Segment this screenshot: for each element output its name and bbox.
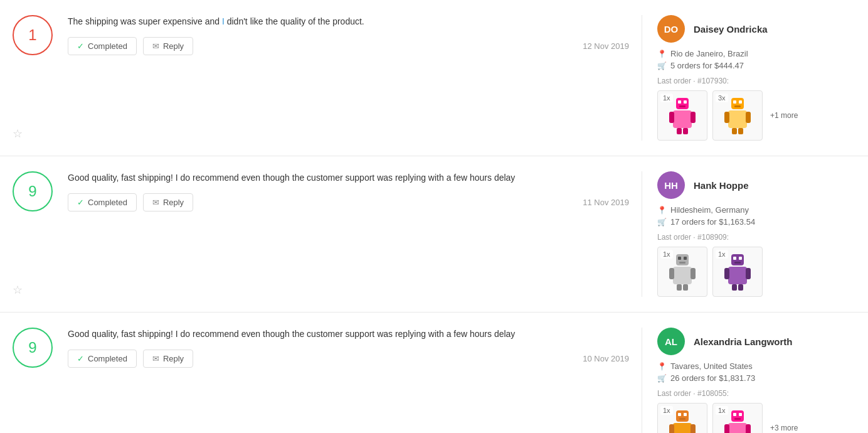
cart-icon: 🛒	[657, 218, 667, 227]
product-thumbnail: 1x	[657, 247, 707, 297]
star-icon[interactable]: ☆	[13, 127, 23, 141]
svg-rect-37	[678, 413, 681, 416]
mail-icon: ✉	[152, 354, 159, 363]
svg-rect-8	[683, 128, 688, 134]
completed-label: Completed	[88, 354, 127, 363]
reply-button[interactable]: ✉ Reply	[143, 193, 193, 211]
completed-button[interactable]: ✓ Completed	[68, 193, 137, 211]
actions-date-row: ✓ Completed ✉ Reply 12 Nov 2019	[68, 37, 629, 55]
product-count: 1x	[716, 406, 728, 415]
reviews-list: 1 The shipping was super expensive and I…	[0, 0, 868, 433]
completed-button[interactable]: ✓ Completed	[68, 350, 137, 368]
svg-rect-40	[673, 423, 692, 433]
reply-label: Reply	[163, 198, 184, 207]
svg-rect-19	[678, 257, 681, 260]
customer-name: Daisey Ondricka	[694, 24, 768, 35]
customer-panel: DO Daisey Ondricka 📍 Rio de Janeiro, Bra…	[642, 15, 855, 141]
product-count: 1x	[660, 250, 673, 259]
svg-rect-21	[679, 262, 685, 264]
svg-rect-17	[738, 128, 743, 134]
customer-panel: HH Hank Hoppe 📍 Hildesheim, Germany 🛒 17…	[642, 171, 855, 297]
svg-rect-3	[679, 105, 685, 107]
location-icon: 📍	[657, 206, 667, 215]
highlight-text: I	[222, 16, 225, 26]
svg-rect-22	[673, 267, 692, 284]
mail-icon: ✉	[152, 41, 159, 51]
svg-rect-27	[731, 254, 744, 265]
svg-rect-45	[731, 410, 744, 422]
actions-date-row: ✓ Completed ✉ Reply 11 Nov 2019	[68, 193, 629, 211]
completed-label: Completed	[88, 198, 127, 207]
last-order-label: Last order · #108909:	[657, 233, 840, 242]
svg-rect-15	[746, 112, 751, 123]
svg-rect-30	[734, 262, 741, 264]
svg-rect-18	[676, 254, 689, 265]
customer-location: 📍 Rio de Janeiro, Brazil	[657, 49, 840, 58]
customer-orders: 🛒 26 orders for $1,831.73	[657, 373, 840, 383]
review-content: Good quality, fast shipping! I do recomm…	[68, 171, 629, 211]
customer-header: HH Hank Hoppe	[657, 171, 840, 199]
product-count: 3x	[716, 94, 728, 102]
customer-meta: 📍 Rio de Janeiro, Brazil 🛒 5 orders for …	[657, 49, 840, 70]
customer-avatar: DO	[657, 15, 685, 43]
review-left-section: 9 Good quality, fast shipping! I do reco…	[13, 171, 629, 211]
svg-rect-48	[734, 418, 741, 420]
location-text: Hildesheim, Germany	[670, 205, 749, 215]
svg-rect-20	[684, 257, 687, 260]
location-text: Rio de Janeiro, Brazil	[670, 49, 748, 58]
svg-rect-29	[739, 257, 742, 260]
customer-avatar: HH	[657, 171, 685, 199]
product-count: 1x	[660, 406, 673, 415]
customer-panel: AL Alexandria Langworth 📍 Tavares, Unite…	[642, 328, 855, 433]
svg-rect-49	[728, 423, 747, 433]
product-thumbnails: 1x 1x	[657, 247, 840, 297]
svg-rect-24	[691, 268, 696, 279]
svg-rect-32	[724, 268, 729, 279]
svg-rect-13	[728, 110, 747, 128]
svg-rect-16	[732, 128, 737, 134]
review-row: 1 The shipping was super expensive and I…	[0, 0, 868, 156]
svg-rect-2	[684, 100, 687, 104]
svg-rect-38	[684, 413, 687, 416]
svg-rect-33	[746, 268, 751, 279]
customer-orders: 🛒 5 orders for $444.47	[657, 61, 840, 70]
svg-rect-9	[731, 98, 744, 109]
orders-text: 5 orders for $444.47	[670, 61, 744, 70]
product-thumbnail: 3x	[712, 90, 763, 141]
svg-rect-5	[669, 112, 674, 123]
reply-button[interactable]: ✉ Reply	[143, 37, 193, 55]
customer-header: AL Alexandria Langworth	[657, 328, 840, 355]
customer-name: Hank Hoppe	[694, 180, 749, 191]
svg-rect-12	[734, 105, 741, 107]
review-date: 10 Nov 2019	[570, 354, 629, 363]
last-order-label: Last order · #107930:	[657, 77, 840, 85]
last-order-label: Last order · #108055:	[657, 389, 840, 398]
svg-rect-51	[746, 424, 751, 433]
completed-button[interactable]: ✓ Completed	[68, 37, 137, 55]
location-icon: 📍	[657, 50, 667, 58]
review-actions: ✓ Completed ✉ Reply	[68, 37, 193, 55]
reply-label: Reply	[163, 354, 184, 363]
review-text: Good quality, fast shipping! I do recomm…	[68, 171, 629, 184]
svg-rect-41	[669, 424, 674, 433]
svg-rect-11	[739, 100, 742, 104]
product-count: 1x	[660, 94, 673, 102]
actions-date-row: ✓ Completed ✉ Reply 10 Nov 2019	[68, 350, 629, 368]
svg-rect-36	[676, 410, 689, 422]
star-icon[interactable]: ☆	[13, 283, 23, 297]
review-content: The shipping was super expensive and I d…	[68, 15, 629, 55]
check-icon: ✓	[77, 41, 84, 51]
more-products-label: +1 more	[768, 90, 800, 141]
svg-rect-42	[691, 424, 696, 433]
reply-button[interactable]: ✉ Reply	[143, 350, 193, 368]
svg-rect-28	[733, 257, 736, 260]
svg-rect-25	[677, 284, 682, 291]
svg-rect-39	[679, 418, 685, 420]
review-text: Good quality, fast shipping! I do recomm…	[68, 328, 629, 341]
customer-header: DO Daisey Ondricka	[657, 15, 840, 43]
rating-circle: 9	[13, 171, 53, 211]
mail-icon: ✉	[152, 198, 159, 207]
orders-text: 26 orders for $1,831.73	[670, 373, 755, 383]
location-icon: 📍	[657, 362, 667, 371]
svg-rect-35	[738, 284, 743, 291]
